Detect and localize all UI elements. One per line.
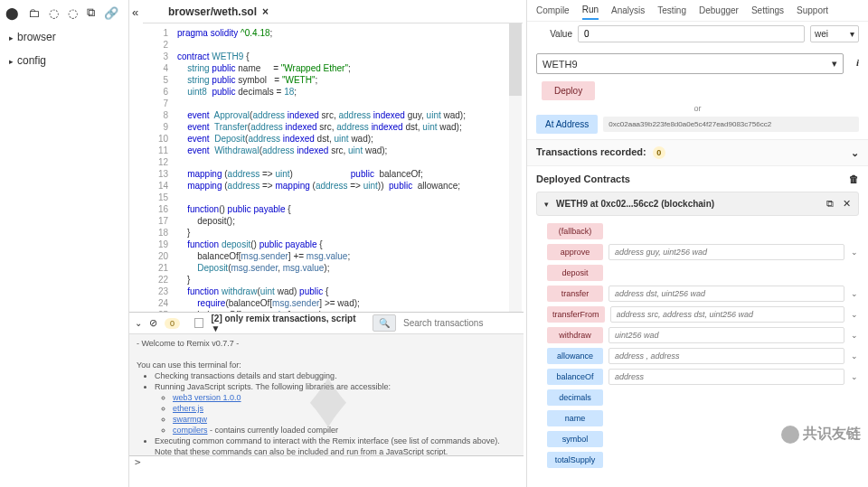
tab-weth[interactable]: browser/weth.sol × — [161, 2, 276, 22]
tab-testing[interactable]: Testing — [657, 2, 686, 19]
deploy-button[interactable]: Deploy — [542, 81, 595, 100]
filter-label[interactable]: [2] only remix transactions, script ▼ — [211, 314, 358, 333]
fn-name-button[interactable]: name — [547, 410, 603, 426]
transactions-recorded-header[interactable]: Transactions recorded: 0 ⌄ — [527, 139, 868, 166]
close-instance-icon[interactable]: ✕ — [843, 198, 851, 210]
chevron-down-icon: ⌄ — [851, 147, 859, 159]
function-row: decimals — [536, 389, 859, 406]
fn-totalSupply-button[interactable]: totalSupply — [547, 452, 603, 468]
value-unit-select[interactable]: wei▾ — [810, 25, 859, 42]
contract-select[interactable]: WETH9▾ — [536, 53, 844, 74]
terminal-welcome: - Welcome to Remix v0.7.7 - — [137, 338, 516, 349]
terminal-header: ⌄ ⊘ 0 [2] only remix transactions, scrip… — [129, 313, 524, 334]
terminal-search-input[interactable] — [403, 318, 518, 328]
fn-approve-args[interactable] — [609, 244, 844, 260]
fn-balanceOf-args[interactable] — [609, 369, 844, 385]
editor-tabs: browser/weth.sol × — [143, 0, 523, 23]
lib-link-ethers[interactable]: ethers.js — [173, 404, 203, 413]
terminal-body: - Welcome to Remix v0.7.7 - You can use … — [129, 334, 524, 455]
lib-link-web3[interactable]: web3 version 1.0.0 — [173, 393, 241, 402]
terminal-line: Checking transactions details and start … — [155, 370, 516, 381]
search-button-icon[interactable]: 🔍 — [373, 314, 396, 332]
filter-checkbox[interactable] — [194, 318, 203, 328]
fn-transfer-args[interactable] — [609, 286, 844, 302]
fn-withdraw-button[interactable]: withdraw — [547, 327, 603, 343]
fn-allowance-args[interactable] — [609, 348, 844, 364]
chevron-down-icon[interactable]: ⌄ — [850, 351, 859, 361]
terminal-intro: You can use this terminal for: — [137, 360, 516, 370]
right-panel-tabs: CompileRunAnalysisTestingDebuggerSetting… — [527, 0, 868, 22]
terminal-clear-icon[interactable]: ⊘ — [149, 317, 157, 329]
chevron-down-icon[interactable]: ⌄ — [850, 248, 859, 257]
lib-link-swarmgw[interactable]: swarmgw — [173, 415, 207, 424]
watermark: 共识友链 — [781, 425, 861, 444]
chevron-down-icon[interactable]: ⌄ — [850, 372, 859, 381]
code-content: pragma solidity ^0.4.18; contract WETH9 … — [174, 23, 523, 330]
fn-allowance-button[interactable]: allowance — [547, 348, 603, 364]
tree-item-config[interactable]: config — [0, 49, 128, 72]
function-row: deposit — [536, 265, 859, 281]
instance-title: WETH9 at 0xc02...56cc2 (blockchain) — [556, 199, 714, 209]
function-row: (fallback) — [536, 223, 859, 239]
fn-balanceOf-button[interactable]: balanceOf — [547, 369, 603, 385]
deployed-contracts-label: Deployed Contracts — [536, 173, 630, 184]
fn-decimals-button[interactable]: decimals — [547, 389, 603, 406]
trash-icon[interactable]: 🗑 — [849, 173, 859, 184]
fn-transferFrom-args[interactable] — [610, 306, 844, 323]
tab-compile[interactable]: Compile — [536, 2, 570, 19]
function-row: transfer⌄ — [536, 286, 859, 302]
editor-area: browser/weth.sol × 123456789101112131415… — [143, 0, 523, 330]
terminal-line: Executing common command to interact wit… — [155, 435, 516, 455]
terminal-collapse-icon[interactable]: ⌄ — [135, 318, 142, 328]
chevron-down-icon[interactable]: ⌄ — [850, 289, 859, 298]
fn-transferFrom-button[interactable]: transferFrom — [547, 306, 605, 323]
file-explorer: browser config — [0, 0, 129, 487]
tab-close-icon[interactable]: × — [262, 5, 269, 18]
tab-support[interactable]: Support — [797, 2, 828, 19]
tab-title: browser/weth.sol — [168, 5, 257, 18]
fn-withdraw-args[interactable] — [609, 327, 844, 343]
chevron-down-icon[interactable]: ⌄ — [850, 331, 859, 340]
function-row: withdraw⌄ — [536, 327, 859, 343]
terminal-panel: ⌄ ⊘ 0 [2] only remix transactions, scrip… — [129, 312, 524, 470]
lib-link-compilers[interactable]: compilers — [173, 426, 208, 435]
at-address-button[interactable]: At Address — [536, 115, 598, 134]
function-row: transferFrom⌄ — [536, 306, 859, 323]
fn-symbol-button[interactable]: symbol — [547, 431, 603, 447]
tab-settings[interactable]: Settings — [751, 2, 784, 19]
code-editor[interactable]: 1234567891011121314151617181920212223242… — [143, 23, 523, 330]
function-row: approve⌄ — [536, 244, 859, 260]
fn-fallback-button[interactable]: (fallback) — [547, 223, 603, 239]
tab-analysis[interactable]: Analysis — [611, 2, 645, 19]
editor-minimap[interactable] — [509, 23, 522, 313]
copy-address-icon[interactable]: ⧉ — [826, 198, 834, 210]
terminal-prompt[interactable]: > — [129, 455, 524, 470]
instance-caret-icon[interactable]: ▾ — [544, 200, 549, 209]
line-gutter: 1234567891011121314151617181920212223242… — [143, 23, 174, 330]
tab-run[interactable]: Run — [582, 1, 599, 20]
function-row: allowance⌄ — [536, 348, 859, 364]
fn-approve-button[interactable]: approve — [547, 244, 603, 260]
contract-info-icon[interactable]: i — [856, 57, 859, 68]
fn-transfer-button[interactable]: transfer — [547, 286, 603, 302]
or-divider: or — [527, 104, 868, 113]
tx-count-badge: 0 — [653, 146, 665, 159]
function-row: balanceOf⌄ — [536, 369, 859, 385]
fn-deposit-button[interactable]: deposit — [547, 265, 603, 281]
pending-tx-badge: 0 — [165, 318, 180, 329]
chevron-down-icon[interactable]: ⌄ — [850, 310, 859, 319]
tree-item-browser[interactable]: browser — [0, 25, 128, 49]
contract-instance-header[interactable]: ▾ WETH9 at 0xc02...56cc2 (blockchain) ⧉ … — [536, 192, 859, 216]
right-panel: CompileRunAnalysisTestingDebuggerSetting… — [526, 0, 868, 487]
value-input[interactable] — [578, 25, 805, 42]
at-address-hash[interactable]: 0xc02aaa39b223fe8d0a0e5c4f27ead9083c756c… — [603, 117, 859, 132]
value-label: Value — [536, 29, 572, 39]
tab-debugger[interactable]: Debugger — [699, 2, 739, 19]
terminal-line: Running JavaScript scripts. The followin… — [155, 381, 516, 435]
panel-collapse-icon[interactable]: « — [132, 5, 138, 19]
function-row: totalSupply — [536, 452, 859, 468]
